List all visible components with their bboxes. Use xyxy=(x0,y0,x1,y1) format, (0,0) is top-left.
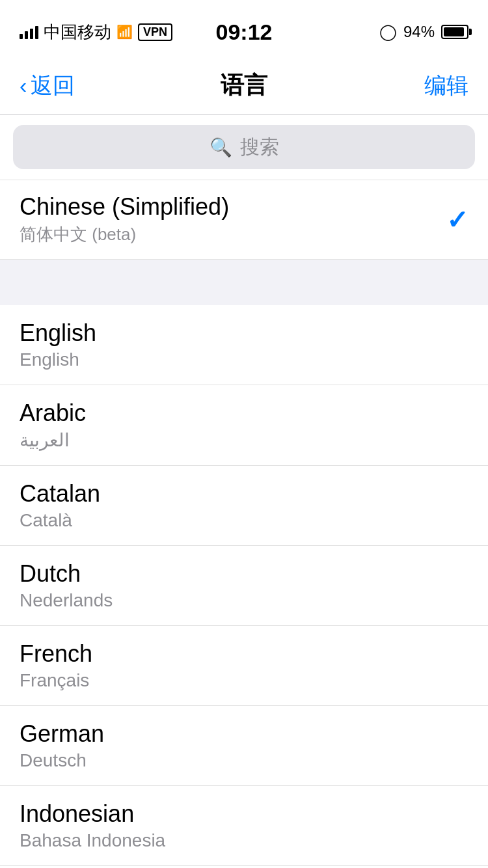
status-left: 中国移动 📶 VPN xyxy=(20,21,172,44)
lang-secondary-label: Deutsch xyxy=(20,750,468,771)
language-list: EnglishEnglishArabicالعربيةCatalanCatalà… xyxy=(0,305,488,868)
chevron-left-icon: ‹ xyxy=(20,73,27,98)
selected-lang-primary: Chinese (Simplified) xyxy=(20,193,229,221)
lang-primary-label: French xyxy=(20,640,468,668)
checkmark-icon: ✓ xyxy=(446,205,468,235)
lang-primary-label: Catalan xyxy=(20,480,468,508)
selected-lang-secondary: 简体中文 (beta) xyxy=(20,223,229,246)
list-item[interactable]: GermanDeutsch xyxy=(0,706,488,786)
lang-secondary-label: Bahasa Indonesia xyxy=(20,830,468,851)
list-item[interactable]: Arabicالعربية xyxy=(0,385,488,466)
wifi-icon: 📶 xyxy=(116,24,133,40)
lang-primary-label: German xyxy=(20,720,468,748)
status-right: ◯ 94% xyxy=(379,23,468,41)
lang-secondary-label: Français xyxy=(20,670,468,691)
lang-primary-label: Dutch xyxy=(20,560,468,588)
lang-primary-label: Arabic xyxy=(20,400,468,427)
vpn-badge: VPN xyxy=(138,23,172,41)
list-item[interactable]: EnglishEnglish xyxy=(0,305,488,385)
lang-secondary-label: English xyxy=(20,349,468,370)
status-bar: 中国移动 📶 VPN 09:12 ◯ 94% xyxy=(0,0,488,57)
list-item[interactable]: IndonesianBahasa Indonesia xyxy=(0,786,488,866)
selected-language-item[interactable]: Chinese (Simplified) 简体中文 (beta) ✓ xyxy=(0,180,488,260)
lang-secondary-label: Nederlands xyxy=(20,590,468,611)
selected-language-text: Chinese (Simplified) 简体中文 (beta) xyxy=(20,193,229,246)
back-label: 返回 xyxy=(31,71,75,101)
signal-icon xyxy=(20,25,38,39)
list-item[interactable]: CatalanCatalà xyxy=(0,466,488,546)
search-container: 🔍 搜索 xyxy=(0,115,488,180)
search-placeholder: 搜索 xyxy=(240,134,279,161)
search-icon: 🔍 xyxy=(210,137,232,158)
section-spacer xyxy=(0,260,488,305)
lang-primary-label: Indonesian xyxy=(20,800,468,828)
battery-icon xyxy=(441,25,468,39)
battery-container xyxy=(441,25,468,39)
nav-bar: ‹ 返回 语言 编辑 xyxy=(0,57,488,115)
battery-percent: 94% xyxy=(403,23,435,41)
lang-primary-label: English xyxy=(20,319,468,347)
location-icon: ◯ xyxy=(379,23,397,41)
battery-fill xyxy=(444,27,464,36)
search-bar[interactable]: 🔍 搜索 xyxy=(13,125,475,169)
edit-button[interactable]: 编辑 xyxy=(424,71,468,101)
status-time: 09:12 xyxy=(216,20,273,45)
back-button[interactable]: ‹ 返回 xyxy=(20,71,75,101)
lang-secondary-label: العربية xyxy=(20,429,468,451)
lang-secondary-label: Català xyxy=(20,510,468,531)
list-item[interactable]: FrenchFrançais xyxy=(0,626,488,706)
page-title: 语言 xyxy=(221,70,267,102)
list-item[interactable]: DutchNederlands xyxy=(0,546,488,626)
carrier-text: 中国移动 xyxy=(44,21,111,44)
